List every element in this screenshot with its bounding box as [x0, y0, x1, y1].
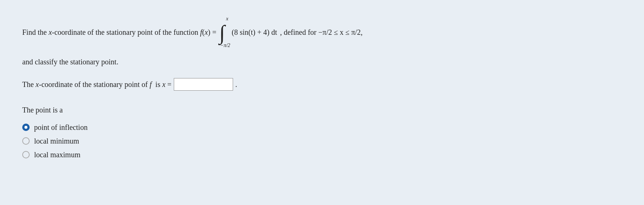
radio-inflection-circle[interactable]: [22, 124, 30, 131]
answer-input[interactable]: [174, 78, 233, 91]
radio-inflection-label: point of inflection: [34, 123, 87, 132]
line3-text: The x-coordinate of the stationary point…: [22, 78, 172, 90]
upper-limit: x: [226, 15, 228, 23]
radio-option-inflection[interactable]: point of inflection: [22, 123, 615, 132]
radio-minimum-label: local minimum: [34, 137, 79, 145]
radio-group: point of inflection local minimum local …: [22, 123, 615, 159]
integral-symbol: ∫: [219, 22, 225, 43]
line1-text-pre: Find the x-coordinate of the stationary …: [22, 26, 216, 38]
radio-maximum-label: local maximum: [34, 151, 80, 159]
radio-maximum-circle[interactable]: [22, 151, 30, 158]
question-line1: Find the x-coordinate of the stationary …: [22, 15, 615, 50]
integrand: (8 sin(t) + 4) dt: [232, 26, 277, 38]
radio-option-minimum[interactable]: local minimum: [22, 137, 615, 145]
question-line3: The x-coordinate of the stationary point…: [22, 78, 615, 91]
question-block: Find the x-coordinate of the stationary …: [22, 15, 615, 159]
integral-expression: x ∫ −π/2 (8 sin(t) + 4) dt: [219, 15, 277, 50]
line1-text-post: , defined for −π/2 ≤ x ≤ π/2,: [280, 26, 363, 38]
radio-option-maximum[interactable]: local maximum: [22, 151, 615, 159]
line3-period: .: [235, 78, 237, 90]
question-line2: and classify the stationary point.: [22, 56, 615, 68]
lower-limit: −π/2: [220, 41, 230, 50]
point-classification-label: The point is a: [22, 104, 615, 116]
radio-minimum-circle[interactable]: [22, 137, 30, 145]
